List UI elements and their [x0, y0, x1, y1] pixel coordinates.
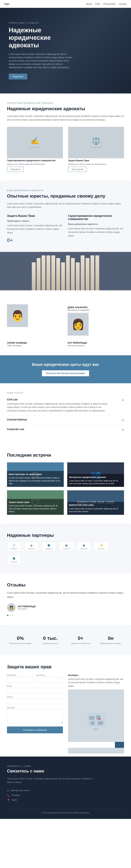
testimonial-photo: 👩	[7, 603, 16, 612]
meeting-title-4: MARCH FOR OUR LIVES	[69, 504, 122, 507]
navigation: logo About FAQ Pricing Plan Contact	[0, 0, 131, 8]
meeting-desc-3: Lorem ipsum dolor sit amet, consectetur …	[9, 505, 58, 513]
partners-logos: ⬡ CONTACT ◈ CONTACT ⬟ CONTACT ◉ CONTACT …	[7, 542, 124, 564]
partner-label-1: CONTACT	[10, 548, 18, 550]
pillar-13	[91, 255, 94, 290]
dot-2[interactable]	[9, 615, 11, 616]
last-name-group: Last Name	[36, 674, 63, 682]
partner-label-3: CONTACT	[45, 548, 53, 550]
cta-button[interactable]: Получить бесплатную консультацию	[42, 370, 89, 376]
pillar-7	[61, 262, 65, 290]
partner-icon-7: ⬢	[12, 557, 15, 560]
court-columns	[32, 255, 99, 290]
footer-email-icon: ✉	[7, 789, 9, 792]
service-name-civil: Civil Law	[7, 398, 108, 401]
expert-card-caption-2: Sample text. Click to select the Text El…	[68, 163, 124, 165]
partner-3: ⬟ CONTACT	[42, 542, 56, 551]
hero-section: ПРАВОСУДИЕ И ЗАЩИТА Надежные юридические…	[0, 8, 131, 93]
message-input[interactable]	[7, 709, 63, 723]
contact-title: Защита ваших прав	[7, 664, 124, 670]
testimonial-dots	[7, 615, 124, 616]
expert-card-btn-2[interactable]: Читать далее	[68, 167, 87, 172]
contact-form: First Name Last Name Email Phone Message	[7, 674, 63, 738]
service-item-corporate[interactable]: Corporate Law ∨	[7, 425, 124, 435]
partner-1: ⬡ CONTACT	[7, 542, 21, 551]
expert-card-btn-1[interactable]: Подробнее	[7, 167, 24, 172]
stats-grid: 0% Положительных исходов 0 тыс. Выигранн…	[7, 632, 124, 648]
nav-about[interactable]: About	[86, 3, 92, 5]
newsletter-row: →	[7, 742, 124, 748]
last-name-input[interactable]	[36, 677, 63, 682]
partner-label-4: CONTACT	[63, 548, 70, 550]
email-group: Email	[7, 685, 63, 693]
team-role-3: Офис менеджер	[7, 344, 63, 347]
hero-cta-button[interactable]: Подробнее	[9, 73, 27, 80]
team-member-2-info: ДЖЕК АЛЬФАРЕС Менеджер по продажам 👩	[68, 304, 124, 337]
partner-icon-1: ⬡	[12, 544, 15, 547]
team-grid: 👨 ДЖЕК АЛЬФАРЕС Менеджер по продажам 👩 С…	[7, 304, 124, 347]
team-member-1: 👨	[7, 304, 63, 337]
nav-contact[interactable]: Contact	[119, 3, 127, 5]
email-input[interactable]	[7, 688, 63, 693]
pillar-2	[37, 258, 40, 290]
pillar-8	[66, 255, 70, 290]
meeting-img-3: 🛡 Защита ваших прав Lorem ipsum dolor si…	[7, 490, 64, 515]
footer-col-contact: ✉ Электронная почта 📞 Телефон 📍 Адрес	[7, 789, 42, 803]
lawyer-block-title-1: Защита Ваших Прав	[7, 214, 63, 217]
testimonials-section: Отзывы Lorem ipsum dolor sit amet, conse…	[0, 573, 131, 625]
meeting-img-1: ⚖ Ваши партнеры по правосудию Ut enim ad…	[7, 462, 64, 487]
pillar-11	[81, 255, 85, 290]
meeting-card-1: ⚖ Ваши партнеры по правосудию Ut enim ad…	[7, 462, 64, 487]
service-item-civil[interactable]: Civil Law Lorem ipsum dolor sit amet, co…	[7, 395, 124, 415]
stat-value-4: 0н	[99, 636, 123, 641]
lawyers-section: ВАШИ ДОВЕРЕННЫЕ АДВОКАТЫ Опытные юристы,…	[0, 181, 131, 252]
newsletter-input[interactable]	[7, 742, 115, 748]
service-arrow-corporate: ∨	[122, 428, 124, 432]
expert-card-2: ⚖️ Sample image Защита Ваших Прав Sample…	[68, 127, 124, 172]
expert-img-2: ⚖️ Sample image	[68, 127, 124, 158]
map-svg	[87, 713, 105, 727]
pillar-10	[76, 262, 80, 290]
expert-card-label-2: Защита Ваших Прав	[68, 159, 124, 162]
meeting-title-3: Защита ваших прав	[9, 501, 62, 504]
footer-desc: Lorem ipsum dolor sit amet, consectetur …	[7, 777, 94, 784]
contact-submit-button[interactable]: Отправить сообщение	[7, 726, 63, 733]
partner-icon-6: ⚡	[99, 544, 103, 547]
stat-label-1: Положительных исходов	[9, 642, 32, 645]
meeting-overlay-4: MARCH FOR OUR LIVES Lorem ipsum dolor si…	[67, 502, 124, 515]
pillar-1	[32, 262, 36, 290]
team-name-3: СЕЛИН АЛЬМЕДА	[7, 341, 63, 344]
footer-title: Связитесь с нами	[7, 769, 124, 774]
meeting-overlay-3: Защита ваших прав Lorem ipsum dolor sit …	[7, 499, 64, 515]
team-member-3-info: СЕЛИН АЛЬМЕДА Офис менеджер	[7, 341, 63, 347]
lawyers-body: Lorem ipsum dolor sit amet, consectetur …	[7, 202, 124, 209]
footer-col-links	[48, 789, 83, 803]
contact-grid: First Name Last Name Email Phone Message	[7, 674, 124, 738]
footer-email: ✉ Электронная почта	[7, 789, 42, 792]
testimonial-name: НАТ РЕЙНОЛЬДС	[18, 605, 36, 608]
phone-label: Phone	[7, 696, 63, 698]
pillar-3	[41, 255, 45, 290]
testimonial-role: Менеджер	[18, 608, 36, 610]
nav-faq[interactable]: FAQ	[95, 3, 100, 5]
dot-1[interactable]	[7, 615, 8, 616]
first-name-input[interactable]	[7, 677, 34, 682]
lawyer-block-label-1: Правосудие и защита	[7, 220, 29, 222]
svg-rect-4	[98, 721, 103, 725]
hero-eyebrow: ПРАВОСУДИЕ И ЗАЩИТА	[9, 22, 75, 24]
newsletter-button[interactable]: →	[115, 742, 124, 748]
nav-pricing[interactable]: Pricing Plan	[103, 3, 116, 5]
dot-3[interactable]	[12, 615, 13, 616]
service-item-criminal[interactable]: Criminal Defense ∨	[7, 415, 124, 425]
services-eyebrow: НАШИ УСЛУГИ	[7, 392, 124, 394]
footer-col-social	[89, 789, 124, 803]
meetings-section: Последние встречи ⚖ Ваши партнеры по пра…	[0, 443, 131, 524]
phone-input[interactable]	[7, 699, 63, 704]
lawyer-block-body-1: Lorem ipsum dolor sit amet, consectetur …	[7, 224, 63, 235]
testimonial-author: 👩 НАТ РЕЙНОЛЬДС Менеджер	[7, 603, 124, 612]
team-photo-2: 👩	[68, 313, 89, 336]
pillar-4	[46, 255, 50, 290]
team-section: 👨 ДЖЕК АЛЬФАРЕС Менеджер по продажам 👩 С…	[0, 290, 131, 355]
partner-icon-2: ◈	[30, 544, 33, 547]
team-member-4-info: НАТ РЕЙНОЛЬДС Бухгалтер-аудитор	[68, 341, 124, 347]
